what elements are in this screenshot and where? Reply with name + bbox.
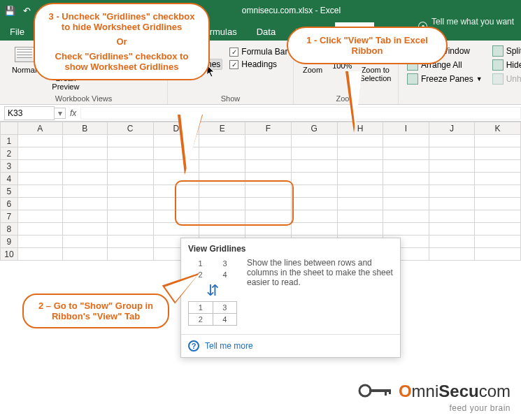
unhide-button[interactable]: Unhid <box>490 73 521 85</box>
col-header-C[interactable]: C <box>107 122 153 135</box>
zoom-label: Zoom <box>303 66 322 74</box>
group-label-window <box>404 93 521 103</box>
split-button[interactable]: Split <box>490 45 521 57</box>
svg-point-0 <box>359 385 371 396</box>
tell-me-label: Tell me what you want t <box>431 17 515 36</box>
hide-icon <box>492 59 504 71</box>
row-header-8[interactable]: 8 <box>1 223 18 236</box>
hide-label: Hide <box>506 60 521 70</box>
formula-bar: K33 ▾ fx <box>0 105 521 122</box>
formula-bar-label: Formula Bar <box>241 47 287 57</box>
formula-bar-checkbox-row[interactable]: Formula Bar <box>227 46 290 57</box>
help-icon: ? <box>188 340 199 352</box>
unhide-label: Unhid <box>506 74 521 84</box>
omnisecu-logo: OmniSecucom feed your brain <box>358 382 511 413</box>
group-label-show: Show <box>173 93 287 103</box>
undo-icon[interactable]: ↶ <box>21 5 32 16</box>
row-header-10[interactable]: 10 <box>1 248 18 261</box>
row-header-4[interactable]: 4 <box>1 173 18 185</box>
col-header-J[interactable]: J <box>429 122 475 135</box>
row-header-3[interactable]: 3 <box>1 160 18 173</box>
col-header-K[interactable]: K <box>475 122 521 135</box>
name-box[interactable]: K33 <box>4 106 55 120</box>
callout-tail-3 <box>178 115 203 175</box>
gridlines-tooltip: View Gridlines 1324 ⇵ 1324 Show the line… <box>180 238 401 358</box>
row-header-9[interactable]: 9 <box>1 236 18 248</box>
callout-3b-text: Check "Gridlines" checkbox to show Works… <box>45 51 199 72</box>
svg-rect-3 <box>389 389 391 394</box>
col-header-A[interactable]: A <box>17 122 62 135</box>
freeze-panes-label: Freeze Panes <box>421 74 473 84</box>
logo-text-2: Secu <box>438 382 478 400</box>
formula-bar-checkbox[interactable] <box>229 48 238 57</box>
headings-checkbox[interactable] <box>229 60 238 69</box>
col-header-F[interactable]: F <box>245 122 292 135</box>
tell-me-more-link[interactable]: ? Tell me more <box>181 334 400 357</box>
name-box-dropdown-icon[interactable]: ▾ <box>55 108 66 119</box>
tell-me-more-label: Tell me more <box>205 341 253 351</box>
split-label: Split <box>506 46 521 56</box>
callout-step-1: 1 - Click "View" Tab in Excel Ribbon <box>287 27 448 64</box>
col-header-G[interactable]: G <box>291 122 337 135</box>
chevron-down-icon: ▼ <box>476 75 483 82</box>
tab-file[interactable]: File <box>0 22 34 41</box>
row-header-1[interactable]: 1 <box>1 135 18 147</box>
headings-label: Headings <box>241 59 277 69</box>
zoom-selection-label: Zoom to Selection <box>359 66 392 82</box>
tooltip-title: View Gridlines <box>181 238 400 258</box>
freeze-panes-icon <box>407 73 418 85</box>
row-header-2[interactable]: 2 <box>1 147 18 160</box>
unhide-icon <box>492 73 504 85</box>
tab-data[interactable]: Data <box>247 22 285 41</box>
callout-step-3: 3 - Uncheck "Gridlines" checkbox to hide… <box>34 3 210 80</box>
col-header-B[interactable]: B <box>62 122 107 135</box>
logo-text-3: com <box>479 382 511 400</box>
split-icon <box>492 45 504 57</box>
group-label-views: Workbook Views <box>6 93 162 103</box>
col-header-I[interactable]: I <box>383 122 429 135</box>
callout-step-2: 2 – Go to "Show" Group in Ribbon's "View… <box>22 294 169 328</box>
svg-rect-2 <box>385 389 387 396</box>
row-header-6[interactable]: 6 <box>1 198 18 210</box>
key-icon <box>358 382 396 403</box>
normal-view-label: Normal <box>12 66 36 74</box>
callout-or-text: Or <box>45 36 199 47</box>
headings-checkbox-row[interactable]: Headings <box>227 59 290 70</box>
normal-view-icon <box>15 47 34 62</box>
freeze-panes-button[interactable]: Freeze Panes ▼ <box>404 73 485 85</box>
callout-1-text: 1 - Click "View" Tab in Excel Ribbon <box>298 35 436 56</box>
logo-text-1: mni <box>412 382 439 400</box>
callout-2-text: 2 – Go to "Show" Group in Ribbon's "View… <box>31 300 161 321</box>
tooltip-text: Show the lines between rows and columns … <box>247 258 393 326</box>
select-all-corner[interactable] <box>1 122 18 135</box>
callout-tail-1 <box>345 71 362 133</box>
col-header-E[interactable]: E <box>199 122 245 135</box>
svg-rect-1 <box>369 389 390 392</box>
hide-button[interactable]: Hide <box>490 59 521 71</box>
callout-3a-text: 3 - Uncheck "Gridlines" checkbox to hide… <box>45 11 199 32</box>
save-icon[interactable]: 💾 <box>4 5 15 16</box>
row-header-5[interactable]: 5 <box>1 185 18 198</box>
logo-tagline: feed your brain <box>358 403 511 413</box>
formula-input[interactable] <box>80 107 521 120</box>
fx-icon[interactable]: fx <box>70 108 76 118</box>
row-header-7[interactable]: 7 <box>1 210 18 223</box>
